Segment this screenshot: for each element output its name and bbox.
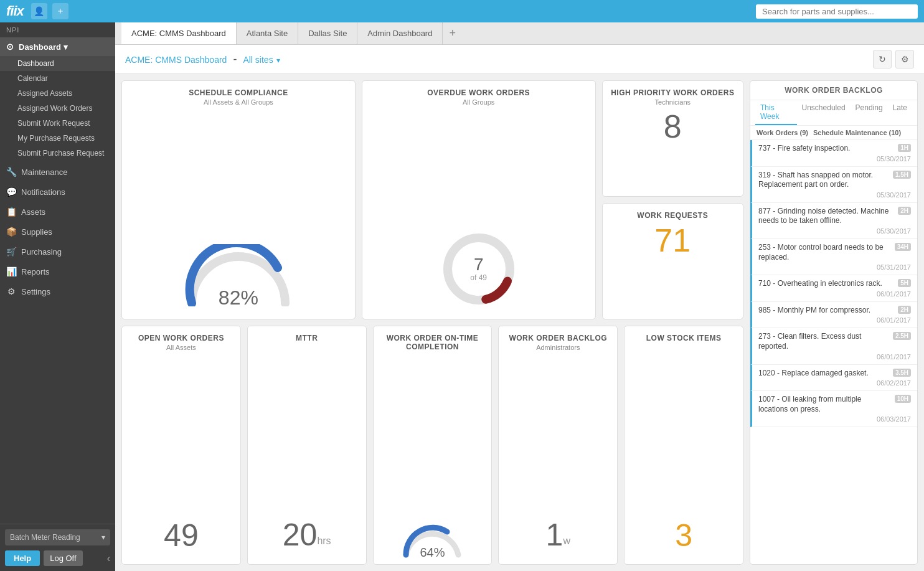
backlog-list-item[interactable]: 1020 - Replace damaged gasket. 3.5H 06/0… — [750, 365, 917, 392]
backlog-list-item[interactable]: 877 - Grinding noise detected. Machine n… — [750, 203, 917, 239]
sidebar: NPI ⊙ Dashboard ▾ Dashboard Calendar Ass… — [0, 22, 115, 571]
sidebar-sub-dashboard[interactable]: Dashboard — [0, 56, 115, 71]
backlog-panel: WORK ORDER BACKLOG This Week Unscheduled… — [750, 80, 918, 565]
sidebar-section-dashboard: ⊙ Dashboard ▾ Dashboard Calendar Assigne… — [0, 36, 115, 162]
on-time-title: WORK ORDER ON-TIME COMPLETION — [380, 334, 486, 351]
wo-backlog-bottom-widget[interactable]: WORK ORDER BACKLOG Administrators 1 w — [498, 326, 618, 565]
backlog-item-text: 1020 - Replace damaged gasket. — [758, 369, 890, 379]
on-time-value: 64% — [420, 545, 445, 560]
backlog-item-text: 737 - Fire safety inspection. — [758, 144, 895, 154]
search-input[interactable] — [756, 4, 918, 19]
sidebar-item-dashboard[interactable]: ⊙ Dashboard ▾ — [0, 37, 115, 56]
wo-backlog-unit: w — [563, 536, 570, 547]
backlog-item-badge: 2H — [898, 207, 911, 215]
sidebar-item-assets-label: Assets — [21, 207, 45, 217]
sidebar-sub-assigned-assets[interactable]: Assigned Assets — [0, 86, 115, 101]
sidebar-sub-submit-pr[interactable]: Submit Purchase Request — [0, 146, 115, 161]
open-work-orders-widget[interactable]: OPEN WORK ORDERS All Assets 49 — [121, 326, 241, 565]
sidebar-item-notifications[interactable]: 💬 Notifications — [0, 182, 115, 202]
batch-meter-chevron: ▾ — [101, 533, 105, 542]
backlog-item-badge: 34H — [895, 243, 911, 251]
tab-admin-dashboard[interactable]: Admin Dashboard — [357, 22, 443, 44]
collapse-sidebar-button[interactable]: ‹ — [107, 553, 110, 564]
work-requests-title: WORK REQUESTS — [637, 211, 708, 220]
notifications-icon: 💬 — [6, 187, 16, 197]
tab-dallas-site[interactable]: Dallas Site — [298, 22, 357, 44]
low-stock-title: LOW STOCK ITEMS — [646, 334, 722, 342]
backlog-tab-pending[interactable]: Pending — [851, 100, 888, 125]
tab-atlanta-site[interactable]: Atlanta Site — [237, 22, 299, 44]
backlog-item-text: 985 - Monthly PM for compressor. — [758, 306, 895, 316]
backlog-list-item[interactable]: 710 - Overheating in electronics rack. 5… — [750, 275, 917, 302]
mttr-value: 20 — [283, 517, 318, 553]
sidebar-item-purchasing[interactable]: 🛒 Purchasing — [0, 242, 115, 262]
high-priority-widget[interactable]: HIGH PRIORITY WORK ORDERS Technicians 8 — [602, 80, 743, 197]
purchasing-icon: 🛒 — [6, 247, 16, 257]
sidebar-item-supplies[interactable]: 📦 Supplies — [0, 222, 115, 242]
mttr-widget[interactable]: MTTR 20 hrs — [247, 326, 367, 565]
overdue-work-orders-widget[interactable]: OVERDUE WORK ORDERS All Groups 7 of 49 — [362, 80, 596, 319]
sidebar-sub-assigned-wo[interactable]: Assigned Work Orders — [0, 101, 115, 116]
assets-icon: 📋 — [6, 207, 16, 217]
sidebar-item-maintenance[interactable]: 🔧 Maintenance — [0, 162, 115, 182]
open-wo-title: OPEN WORK ORDERS — [138, 334, 224, 342]
settings-button[interactable]: ⚙ — [895, 50, 914, 68]
add-icon-button[interactable]: ＋ — [52, 3, 68, 19]
batch-meter[interactable]: Batch Meter Reading ▾ — [5, 529, 110, 545]
backlog-item-date: 06/01/2017 — [758, 290, 911, 298]
wo-backlog-value: 1 — [546, 517, 563, 553]
overdue-wo-donut: 7 of 49 — [438, 229, 519, 309]
fiix-logo: fiix — [6, 3, 24, 19]
work-requests-widget[interactable]: WORK REQUESTS 71 — [602, 203, 743, 319]
backlog-list-item[interactable]: 737 - Fire safety inspection. 1H 05/30/2… — [750, 140, 917, 167]
backlog-tab-this-week[interactable]: This Week — [755, 100, 797, 125]
bottom-buttons: Help Log Off ‹ — [5, 550, 110, 566]
sidebar-sub-submit-wr[interactable]: Submit Work Request — [0, 116, 115, 131]
backlog-subheader: Work Orders (9) Schedule Maintenance (10… — [750, 126, 917, 140]
backlog-sm-count: Schedule Maintenance (10) — [813, 129, 901, 136]
backlog-item-date: 06/03/2017 — [758, 415, 911, 423]
backlog-item-date: 06/02/2017 — [758, 379, 911, 387]
page-title: ACME: CMMS Dashboard - All sites ▾ — [125, 53, 280, 66]
backlog-list-item[interactable]: 273 - Clean filters. Excess dust reporte… — [750, 328, 917, 364]
logoff-button[interactable]: Log Off — [44, 550, 82, 566]
backlog-item-badge: 10H — [895, 395, 911, 403]
backlog-list-item[interactable]: 319 - Shaft has snapped on motor. Replac… — [750, 167, 917, 203]
low-stock-widget[interactable]: LOW STOCK ITEMS 3 — [624, 326, 743, 565]
sidebar-item-reports[interactable]: 📊 Reports — [0, 262, 115, 281]
on-time-completion-widget[interactable]: WORK ORDER ON-TIME COMPLETION 64% — [373, 326, 493, 565]
top-widget-row: SCHEDULE COMPLIANCE All Assets & All Gro… — [121, 80, 743, 319]
backlog-item-badge: 5H — [898, 279, 911, 287]
overdue-wo-value: 7 — [470, 256, 487, 273]
backlog-tab-unscheduled[interactable]: Unscheduled — [797, 100, 851, 125]
sidebar-item-settings[interactable]: ⚙ Settings — [0, 281, 115, 301]
settings-icon: ⚙ — [6, 286, 16, 296]
all-sites-chevron: ▾ — [276, 56, 280, 65]
schedule-compliance-widget[interactable]: SCHEDULE COMPLIANCE All Assets & All Gro… — [121, 80, 356, 319]
refresh-button[interactable]: ↻ — [873, 50, 892, 68]
overdue-wo-subtitle: All Groups — [463, 98, 494, 106]
tab-cmms-dashboard[interactable]: ACME: CMMS Dashboard — [121, 22, 237, 44]
sidebar-item-supplies-label: Supplies — [21, 227, 52, 237]
backlog-tab-late[interactable]: Late — [888, 100, 912, 125]
all-sites-link[interactable]: All sites — [243, 55, 273, 65]
backlog-list-item[interactable]: 253 - Motor control board needs to be re… — [750, 239, 917, 275]
schedule-compliance-subtitle: All Assets & All Groups — [204, 98, 273, 106]
sidebar-sub-my-pr[interactable]: My Purchase Requests — [0, 131, 115, 146]
help-button[interactable]: Help — [5, 550, 40, 566]
user-icon-button[interactable]: 👤 — [31, 3, 47, 19]
backlog-list-item[interactable]: 985 - Monthly PM for compressor. 2H 06/0… — [750, 302, 917, 329]
overdue-wo-of: of 49 — [470, 273, 487, 282]
backlog-item-date: 05/30/2017 — [758, 227, 911, 235]
wo-backlog-bottom-title: WORK ORDER BACKLOG — [509, 334, 607, 342]
backlog-list-item[interactable]: 1007 - Oil leaking from multiple locatio… — [750, 391, 917, 427]
sidebar-sub-calendar[interactable]: Calendar — [0, 71, 115, 86]
low-stock-value: 3 — [675, 519, 692, 553]
tab-add-button[interactable]: + — [443, 24, 462, 42]
backlog-tabs: This Week Unscheduled Pending Late — [750, 100, 917, 126]
sidebar-item-assets[interactable]: 📋 Assets — [0, 202, 115, 222]
npi-label: NPI — [0, 22, 115, 36]
dashboard-content: SCHEDULE COMPLIANCE All Assets & All Gro… — [115, 74, 924, 571]
wo-backlog-value-container: 1 w — [546, 517, 570, 553]
backlog-item-date: 05/31/2017 — [758, 263, 911, 271]
